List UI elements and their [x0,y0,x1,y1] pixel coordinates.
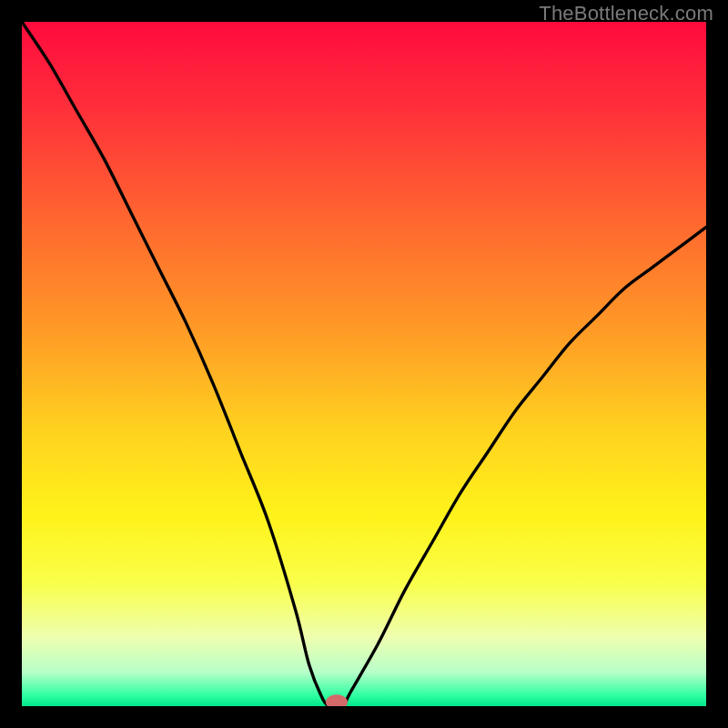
plot-area [22,22,706,706]
bottleneck-chart [22,22,706,706]
gradient-background [22,22,706,706]
chart-frame: TheBottleneck.com [0,0,728,728]
